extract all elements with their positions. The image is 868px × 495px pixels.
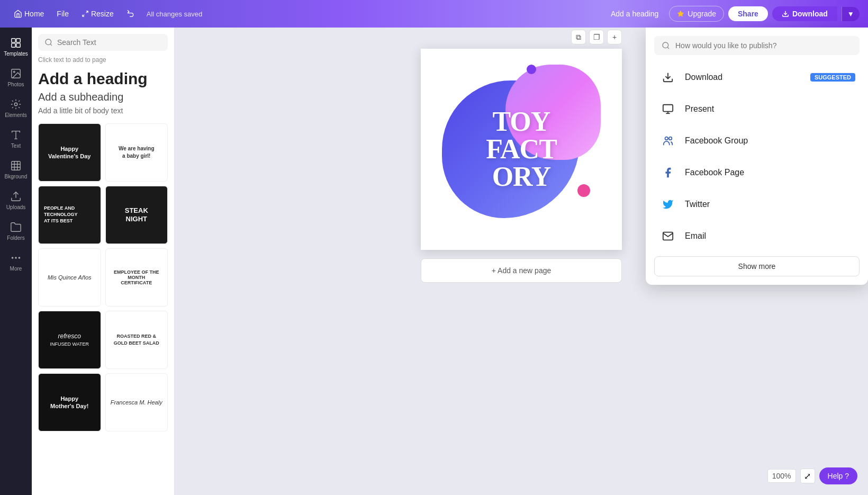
dropdown-label-download: Download xyxy=(685,73,722,82)
heading-sub[interactable]: Add a subheading xyxy=(38,91,168,103)
template-card-francesca[interactable]: Francesca M. Healy xyxy=(105,373,168,431)
sidebar-label-uploads: Uploads xyxy=(6,204,26,210)
publish-search[interactable] xyxy=(654,36,860,55)
sidebar-label-elements: Elements xyxy=(5,112,27,118)
search-icon xyxy=(662,41,670,50)
svg-point-13 xyxy=(19,257,20,258)
svg-point-12 xyxy=(15,257,16,258)
svg-point-22 xyxy=(665,137,668,140)
dot-purple xyxy=(527,65,536,74)
sidebar-item-elements[interactable]: Elements xyxy=(2,93,30,123)
svg-line-17 xyxy=(667,47,669,49)
canvas-page-container: ⧉ ❐ + TOYFACTORY xyxy=(421,49,622,258)
dropdown-label-email: Email xyxy=(685,231,706,241)
publish-search-input[interactable] xyxy=(675,41,852,50)
zoom-expand-button[interactable]: ⤢ xyxy=(800,469,815,483)
svg-rect-19 xyxy=(663,105,673,112)
sidebar-item-folders[interactable]: Folders xyxy=(2,216,30,246)
template-card-steak[interactable]: STEAKNIGHT xyxy=(105,186,168,244)
download-button[interactable]: Download xyxy=(772,6,837,21)
sidebar-label-more: More xyxy=(10,266,22,272)
canvas-copy-button[interactable]: ⧉ xyxy=(571,30,586,44)
sidebar-item-uploads[interactable]: Uploads xyxy=(2,185,30,215)
template-card-refresco[interactable]: refrescoINFUSED WATER xyxy=(38,311,101,369)
sidebar-item-text[interactable]: Text xyxy=(2,124,30,154)
svg-point-11 xyxy=(12,257,13,258)
add-heading-button[interactable]: Add a heading xyxy=(604,6,665,21)
sidebar-item-photos[interactable]: Photos xyxy=(2,62,30,92)
dropdown-item-facebook-page[interactable]: Facebook Page xyxy=(654,157,860,188)
dropdown-label-twitter: Twitter xyxy=(685,200,710,209)
share-button[interactable]: Share xyxy=(728,6,768,21)
template-card-salad[interactable]: ROASTED RED &GOLD BEET SALAD xyxy=(105,311,168,369)
canvas-toolbar: ⧉ ❐ + xyxy=(571,30,622,44)
sidebar-item-background[interactable]: Bkground xyxy=(2,155,30,184)
sidebar: Templates Photos Elements Text Bkground … xyxy=(0,28,32,495)
sidebar-label-text: Text xyxy=(11,143,21,149)
sidebar-label-folders: Folders xyxy=(7,235,24,241)
svg-point-7 xyxy=(13,71,15,73)
undo-button[interactable] xyxy=(121,6,140,21)
help-button[interactable]: Help ? xyxy=(819,467,857,484)
dropdown-item-present[interactable]: Present xyxy=(654,93,860,125)
svg-point-23 xyxy=(669,137,672,140)
svg-line-15 xyxy=(50,44,52,46)
template-card-cert[interactable]: EMPLOYEE OF THE MONTHCERTIFICATE xyxy=(105,248,168,307)
svg-marker-0 xyxy=(677,11,684,16)
download-icon xyxy=(658,68,677,87)
template-card-mothers[interactable]: HappyMother's Day! xyxy=(38,373,101,431)
dropdown-label-facebook-group: Facebook Group xyxy=(685,136,748,146)
sidebar-label-templates: Templates xyxy=(4,51,28,57)
file-button[interactable]: File xyxy=(51,6,74,21)
topnav: Home File Resize All changes saved Add a… xyxy=(0,0,868,28)
dropdown-label-facebook-page: Facebook Page xyxy=(685,168,744,177)
canvas-add-button[interactable]: + xyxy=(607,30,622,44)
download-arrow-button[interactable]: ▼ xyxy=(842,7,860,21)
svg-point-8 xyxy=(14,103,17,106)
svg-point-14 xyxy=(46,39,51,45)
template-card-tech[interactable]: PEOPLE ANDTECHNOLOGYAT ITS BEST xyxy=(38,186,101,244)
dropdown-item-twitter[interactable]: Twitter xyxy=(654,188,860,220)
sidebar-label-photos: Photos xyxy=(7,82,24,87)
template-grid: HappyValentine's Day We are havinga baby… xyxy=(38,123,168,431)
topnav-left: Home File Resize All changes saved xyxy=(8,6,202,21)
heading-large[interactable]: Add a heading xyxy=(38,70,168,88)
dropdown-item-download[interactable]: Download SUGGESTED xyxy=(654,61,860,93)
home-button[interactable]: Home xyxy=(8,6,49,21)
sidebar-item-more[interactable]: More xyxy=(2,247,30,276)
template-card-quince[interactable]: Mis Quince Años xyxy=(38,248,101,307)
dot-pink xyxy=(577,184,590,197)
upgrade-button[interactable]: Upgrade xyxy=(669,6,724,22)
sidebar-item-templates[interactable]: Templates xyxy=(2,32,30,61)
dropdown-item-facebook-group[interactable]: Facebook Group xyxy=(654,125,860,157)
svg-rect-2 xyxy=(12,38,15,42)
topnav-right: Add a heading Upgrade Share Download ▼ xyxy=(604,6,860,22)
facebook-page-icon xyxy=(658,163,677,182)
add-page-button[interactable]: + Add a new page xyxy=(421,258,622,283)
svg-rect-5 xyxy=(16,43,20,47)
toy-factory-design: TOYFACTORY xyxy=(431,59,611,239)
template-card-valentine[interactable]: HappyValentine's Day xyxy=(38,123,101,182)
saved-indicator: All changes saved xyxy=(147,10,203,18)
show-more-button[interactable]: Show more xyxy=(654,256,860,276)
canvas-page[interactable]: TOYFACTORY xyxy=(421,49,622,250)
resize-button[interactable]: Resize xyxy=(76,6,119,21)
svg-point-16 xyxy=(663,42,668,48)
dropdown-item-email[interactable]: Email xyxy=(654,220,860,252)
twitter-icon xyxy=(658,195,677,214)
svg-rect-9 xyxy=(12,161,21,170)
search-icon xyxy=(44,38,53,47)
search-bar[interactable] xyxy=(38,34,168,51)
canvas-duplicate-button[interactable]: ❐ xyxy=(589,30,604,44)
search-input[interactable] xyxy=(57,38,161,47)
svg-rect-3 xyxy=(16,38,20,42)
click-to-add-text: Click text to add to page xyxy=(38,56,168,64)
heading-body[interactable]: Add a little bit of body text xyxy=(38,106,168,115)
present-icon xyxy=(658,100,677,119)
email-icon xyxy=(658,227,677,246)
left-panel: Click text to add to page Add a heading … xyxy=(32,28,175,495)
zoom-level: 100% xyxy=(767,469,796,483)
facebook-group-icon xyxy=(658,131,677,150)
dropdown-label-present: Present xyxy=(685,104,714,114)
template-card-baby[interactable]: We are havinga baby girl! xyxy=(105,123,168,182)
